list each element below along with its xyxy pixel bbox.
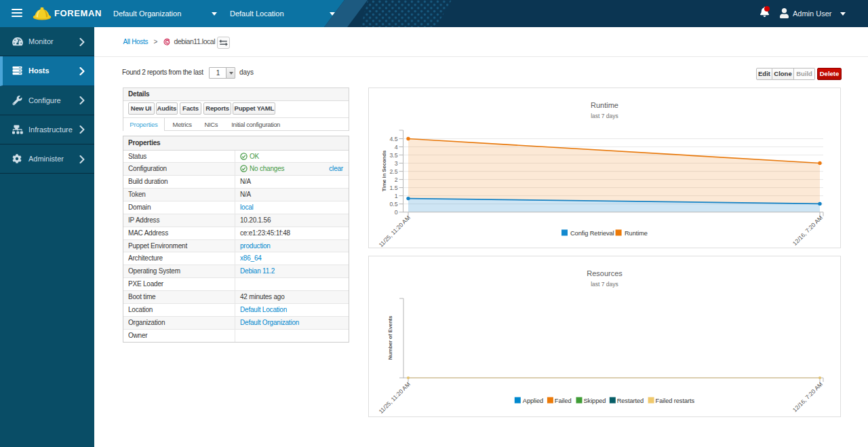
svg-text:Runtime: Runtime — [625, 230, 648, 237]
svg-text:4.5: 4.5 — [390, 136, 398, 142]
svg-text:1.5: 1.5 — [390, 184, 398, 191]
svg-text:12/16, 7:20 AM: 12/16, 7:20 AM — [791, 381, 824, 413]
svg-text:Config Retrieval: Config Retrieval — [570, 230, 614, 237]
svg-text:2.5: 2.5 — [390, 168, 398, 175]
svg-text:Skipped: Skipped — [584, 397, 606, 404]
svg-text:Restarted: Restarted — [617, 397, 644, 404]
svg-text:Failed restarts: Failed restarts — [656, 397, 695, 404]
svg-text:11/25, 11:20 AM: 11/25, 11:20 AM — [377, 214, 411, 248]
svg-text:Applied: Applied — [523, 397, 543, 404]
svg-text:Number of Events: Number of Events — [387, 315, 393, 360]
svg-text:2: 2 — [395, 176, 398, 183]
svg-text:Time in Seconds: Time in Seconds — [381, 150, 387, 191]
svg-text:Failed: Failed — [555, 397, 572, 404]
svg-text:3.5: 3.5 — [390, 152, 398, 159]
svg-text:11/25, 11:20 AM: 11/25, 11:20 AM — [377, 381, 411, 414]
svg-text:0: 0 — [395, 209, 398, 216]
svg-text:0.5: 0.5 — [390, 201, 398, 208]
svg-text:1: 1 — [395, 193, 398, 199]
svg-text:3: 3 — [395, 160, 398, 167]
svg-text:12/16, 7:20 AM: 12/16, 7:20 AM — [791, 214, 824, 247]
svg-text:4: 4 — [395, 144, 398, 151]
